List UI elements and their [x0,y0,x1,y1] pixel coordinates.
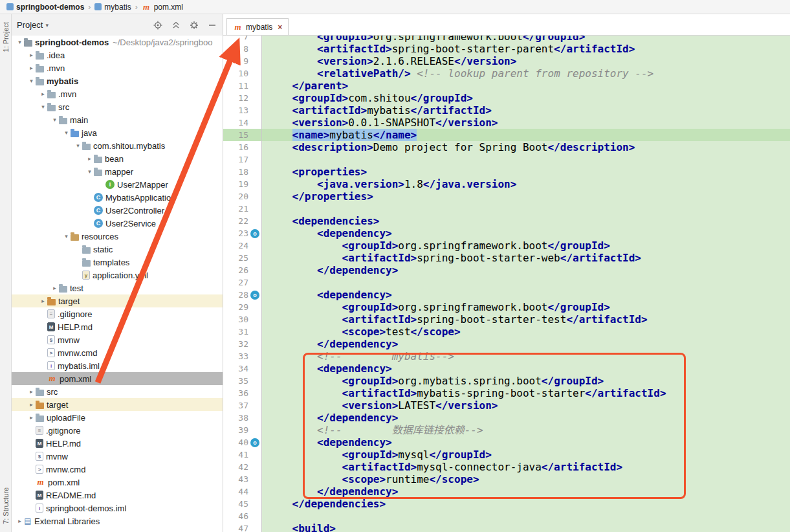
code-area[interactable]: <groupId>org.springframework.boot</group… [262,36,790,532]
tool-window-button-project[interactable]: 1: Project [2,22,10,52]
line-number[interactable]: 29 [234,302,248,312]
line-number[interactable]: 31 [234,327,248,337]
line-number[interactable]: 25 [234,253,248,263]
line-number[interactable]: 39 [234,425,248,435]
tree-row[interactable]: mpom.xml [12,476,223,489]
code-line[interactable]: <dependency> [262,227,790,239]
line-number[interactable]: 12 [234,93,248,103]
editor-tab-mybatis[interactable]: m mybatis × [226,18,289,35]
code-line[interactable]: <artifactId>spring-boot-starter-web</art… [262,252,790,264]
tree-row[interactable]: ▾java [12,126,223,139]
code-line[interactable]: </dependency> [262,338,790,350]
tree-row[interactable]: ▾main [12,113,223,126]
code-line[interactable]: <groupId>org.mybatis.spring.boot</groupI… [262,375,790,387]
code-line[interactable]: <artifactId>mybatis</artifactId> [262,104,790,116]
tree-toggle-icon[interactable]: ▸ [27,414,36,421]
close-icon[interactable]: × [278,23,282,32]
tree-row[interactable]: ▾mybatis [12,74,223,87]
tree-row[interactable]: ispringboot-demos.iml [12,502,223,515]
line-number[interactable]: 28 [234,290,248,300]
breadcrumb-item[interactable]: mpom.xml [142,2,183,12]
line-number[interactable]: 22 [234,216,248,226]
code-line[interactable] [262,510,790,522]
line-number[interactable]: 16 [234,142,248,152]
tree-toggle-icon[interactable]: ▾ [85,168,94,175]
line-number[interactable]: 18 [234,167,248,177]
locate-icon[interactable] [153,20,163,30]
line-number[interactable]: 36 [234,388,248,398]
code-line[interactable]: <artifactId>spring-boot-starter-test</ar… [262,313,790,326]
code-line[interactable]: <groupId>mysql</groupId> [262,449,790,461]
tree-row[interactable]: $mvnw [12,450,223,463]
tree-row[interactable]: ▸target [12,294,223,307]
line-number[interactable]: 41 [234,450,248,460]
tree-row[interactable]: ▸test [12,282,223,294]
line-number[interactable]: 40 [234,438,248,447]
tree-row[interactable]: ≡.gitignore [12,424,223,437]
tree-row[interactable]: ▾src [12,100,223,113]
code-line[interactable]: <properties> [262,166,790,178]
line-number[interactable]: 43 [234,474,248,484]
line-number[interactable]: 15 [234,130,248,140]
tree-toggle-icon[interactable]: ▾ [27,78,36,84]
tree-row[interactable]: templates [12,256,223,269]
line-number[interactable]: 20 [234,192,248,201]
code-line[interactable]: <!-- mybatis--> [262,350,790,362]
code-line[interactable]: <dependency> [262,289,790,301]
tree-toggle-icon[interactable]: ▾ [39,104,47,110]
line-number[interactable]: 27 [234,278,248,287]
code-line[interactable]: <scope>test</scope> [262,326,790,338]
code-line[interactable]: <!-- 数据库链接依赖--> [262,424,790,436]
line-number[interactable]: 14 [234,118,248,127]
code-line[interactable]: <build> [262,522,790,532]
code-line[interactable]: <groupId>org.springframework.boot</group… [262,301,790,313]
tree-row[interactable]: mpom.xml [12,372,223,385]
line-number[interactable]: 32 [234,339,248,349]
code-line[interactable]: <dependencies> [262,215,790,227]
tree-row[interactable]: ▸.mvn [12,87,223,100]
settings-icon[interactable] [189,20,199,30]
tree-toggle-icon[interactable]: ▸ [85,155,94,162]
dependency-gutter-icon[interactable]: o [250,291,259,300]
dependency-gutter-icon[interactable]: o [250,229,259,238]
tree-toggle-icon[interactable]: ▾ [62,233,71,239]
tree-row[interactable]: ▸.mvn [12,61,223,74]
tree-row[interactable]: ▸bean [12,152,223,165]
tree-row[interactable]: ▸src [12,385,223,398]
tree-toggle-icon[interactable]: ▸ [27,401,36,408]
tree-toggle-icon[interactable]: ▸ [27,388,36,395]
tree-toggle-icon[interactable]: ▾ [50,116,59,123]
line-number[interactable]: 13 [234,105,248,115]
code-line[interactable]: <groupId>org.springframework.boot</group… [262,36,790,43]
line-number[interactable]: 35 [234,376,248,386]
tree-row[interactable]: CUser2Controller [12,204,223,217]
tree-row[interactable]: IUser2Mapper [12,178,223,191]
tree-row[interactable]: >mvnw.cmd [12,463,223,476]
code-line[interactable] [262,203,790,215]
code-line[interactable]: <dependency> [262,362,790,375]
tree-row[interactable]: CMybatisApplication [12,191,223,204]
tree-row[interactable]: static [12,243,223,256]
code-line[interactable]: <version>LATEST</version> [262,399,790,412]
line-number[interactable]: 34 [234,364,248,373]
tree-toggle-icon[interactable]: ▾ [16,39,24,45]
line-number[interactable]: 42 [234,462,248,472]
tree-toggle-icon[interactable]: ▸ [39,298,47,304]
project-view-selector[interactable]: Project [17,20,43,30]
line-number[interactable]: 8 [234,44,248,54]
tree-toggle-icon[interactable]: ▸ [39,91,47,97]
tree-row[interactable]: CUser2Service [12,217,223,230]
code-line[interactable]: </dependency> [262,485,790,498]
code-line[interactable]: <name>mybatis</name> [262,129,790,141]
line-number[interactable]: 19 [234,179,248,189]
tree-row[interactable]: ▾springboot-demos~/Desktop/java2/springb… [12,36,223,49]
line-number[interactable]: 11 [234,81,248,91]
tree-toggle-icon[interactable]: ▾ [62,129,71,136]
tree-row[interactable]: ▸.idea [12,49,223,61]
hide-panel-icon[interactable] [207,20,217,30]
collapse-all-icon[interactable] [171,20,181,30]
code-line[interactable] [262,276,790,289]
line-number[interactable]: 47 [234,524,248,532]
tree-row[interactable]: ▾com.shitou.mybatis [12,139,223,152]
line-number[interactable]: 30 [234,315,248,324]
